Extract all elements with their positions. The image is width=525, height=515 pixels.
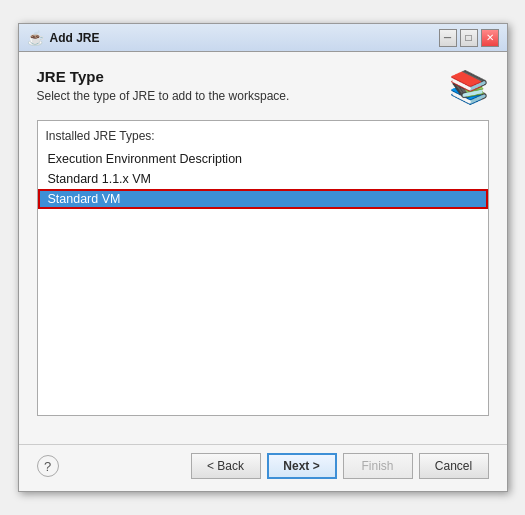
- header-text: JRE Type Select the type of JRE to add t…: [37, 68, 439, 103]
- header-section: JRE Type Select the type of JRE to add t…: [37, 68, 489, 106]
- help-button[interactable]: ?: [37, 455, 59, 477]
- window-controls: ─ □ ✕: [439, 29, 499, 47]
- dialog-title: JRE Type: [37, 68, 439, 85]
- group-label: Installed JRE Types:: [38, 127, 488, 149]
- maximize-button[interactable]: □: [460, 29, 478, 47]
- window-title: Add JRE: [50, 31, 439, 45]
- footer-buttons: < Back Next > Finish Cancel: [191, 453, 489, 479]
- list-item-standard-11x[interactable]: Standard 1.1.x VM: [38, 169, 488, 189]
- dialog-subtitle: Select the type of JRE to add to the wor…: [37, 89, 439, 103]
- add-jre-window: ☕ Add JRE ─ □ ✕ JRE Type Select the type…: [18, 23, 508, 492]
- finish-button[interactable]: Finish: [343, 453, 413, 479]
- minimize-button[interactable]: ─: [439, 29, 457, 47]
- back-button[interactable]: < Back: [191, 453, 261, 479]
- next-button[interactable]: Next >: [267, 453, 337, 479]
- jre-icon: 📚: [449, 68, 489, 106]
- title-bar: ☕ Add JRE ─ □ ✕: [19, 24, 507, 52]
- cancel-button[interactable]: Cancel: [419, 453, 489, 479]
- jre-types-list[interactable]: Execution Environment Description Standa…: [38, 149, 488, 409]
- list-item-standard-vm[interactable]: Standard VM: [38, 189, 488, 209]
- dialog-content: JRE Type Select the type of JRE to add t…: [19, 52, 507, 442]
- jre-types-group: Installed JRE Types: Execution Environme…: [37, 120, 489, 416]
- dialog-footer: ? < Back Next > Finish Cancel: [19, 444, 507, 491]
- window-icon: ☕: [27, 30, 44, 46]
- close-button[interactable]: ✕: [481, 29, 499, 47]
- list-item-execution-env[interactable]: Execution Environment Description: [38, 149, 488, 169]
